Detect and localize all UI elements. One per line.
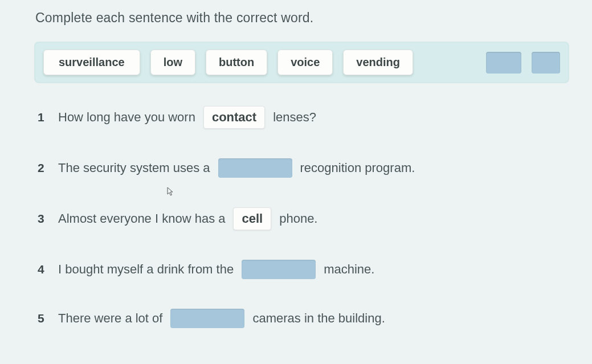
exercise-page: Complete each sentence with the correct … bbox=[0, 0, 592, 328]
word-tile-low[interactable]: low bbox=[150, 50, 195, 75]
question-row: 2 The security system uses a recognition… bbox=[38, 158, 569, 178]
answer-blank-dropzone[interactable] bbox=[170, 309, 244, 328]
answer-filled[interactable]: contact bbox=[203, 106, 265, 129]
answer-blank-dropzone[interactable] bbox=[242, 260, 316, 279]
question-number: 5 bbox=[38, 312, 50, 325]
question-text-after: machine. bbox=[324, 262, 374, 277]
question-number: 3 bbox=[38, 212, 50, 226]
question-text-after: cameras in the building. bbox=[252, 311, 385, 326]
question-text-after: phone. bbox=[279, 211, 317, 226]
word-tile-voice[interactable]: voice bbox=[277, 50, 333, 75]
word-bank-empty-slot[interactable] bbox=[532, 52, 560, 73]
instruction-text: Complete each sentence with the correct … bbox=[35, 10, 569, 26]
question-text-before: The security system uses a bbox=[58, 161, 210, 175]
question-text-after: lenses? bbox=[273, 110, 316, 125]
question-number: 2 bbox=[38, 161, 50, 175]
word-tile-vending[interactable]: vending bbox=[343, 50, 413, 75]
question-text-after: recognition program. bbox=[300, 161, 415, 175]
word-tile-surveillance[interactable]: surveillance bbox=[43, 50, 140, 75]
question-list: 1 How long have you worn contact lenses?… bbox=[34, 106, 569, 328]
question-text-before: How long have you worn bbox=[58, 110, 195, 125]
question-row: 5 There were a lot of cameras in the bui… bbox=[38, 309, 569, 328]
question-row: 1 How long have you worn contact lenses? bbox=[38, 106, 569, 129]
question-number: 1 bbox=[38, 111, 50, 124]
question-text-before: There were a lot of bbox=[58, 311, 162, 326]
question-text-before: I bought myself a drink from the bbox=[58, 262, 234, 277]
question-row: 3 Almost everyone I know has a cell phon… bbox=[38, 207, 569, 230]
question-text-before: Almost everyone I know has a bbox=[58, 211, 225, 226]
word-tile-button[interactable]: button bbox=[206, 50, 267, 75]
question-row: 4 I bought myself a drink from the machi… bbox=[38, 260, 569, 279]
answer-blank-dropzone[interactable] bbox=[218, 158, 292, 178]
question-number: 4 bbox=[38, 263, 50, 276]
word-bank-empty-slot[interactable] bbox=[486, 52, 521, 73]
word-bank: surveillance low button voice vending bbox=[34, 42, 569, 83]
answer-filled[interactable]: cell bbox=[233, 207, 271, 230]
